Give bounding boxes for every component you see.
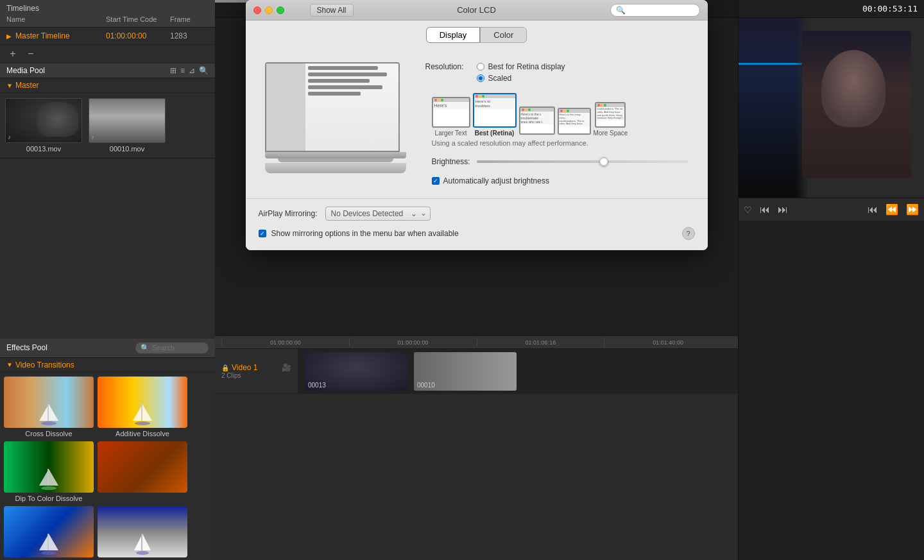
timeline-row[interactable]: ▶ Master Timeline 01:00:00:00 1283: [0, 28, 215, 45]
minimize-button[interactable]: [265, 6, 273, 14]
timeline-name: Master Timeline: [15, 31, 106, 40]
modal-search-icon: 🔍: [616, 6, 626, 15]
radio-scaled-btn[interactable]: [477, 74, 484, 82]
mirroring-row: Show mirroring options in the menu bar w…: [259, 227, 695, 240]
svg-point-14: [136, 551, 149, 555]
dip-color-thumb: [4, 441, 94, 493]
effects-search-input[interactable]: [152, 344, 203, 352]
resolution-options: Here's Larger Text Here's totroublem Bes…: [432, 93, 689, 137]
svg-rect-7: [47, 469, 49, 486]
brightness-row: Brightness:: [432, 157, 689, 166]
svg-point-5: [135, 421, 150, 425]
fast-forward-button[interactable]: ⏩: [906, 203, 919, 216]
effect-4-thumb: [98, 441, 187, 493]
timecode-display: 00:00:53:11: [862, 4, 918, 13]
svg-point-11: [41, 551, 56, 555]
res-more-space[interactable]: troublemakers. The narules. And they hav…: [594, 102, 628, 137]
radio-scaled[interactable]: Scaled: [477, 74, 565, 83]
master-expand-icon: ▼: [6, 82, 13, 89]
modal-search-bar[interactable]: 🔍: [610, 4, 700, 17]
media-pool-icons: ⊞ ≡ ⊿ 🔍: [170, 66, 209, 75]
effect-additive-dissolve[interactable]: Additive Dissolve: [98, 377, 187, 437]
modal-content: Resolution: Best for Retina display Scal…: [246, 49, 708, 198]
modal-tabs: Display Color: [246, 21, 708, 49]
modal-dialog: ‹ › Show All Color LCD 🔍 Display Color: [246, 0, 708, 250]
res-best-retina[interactable]: Here's totroublem Best (Retina): [473, 93, 517, 137]
close-button[interactable]: [253, 6, 261, 14]
svg-rect-10: [47, 534, 49, 550]
additive-dissolve-label: Additive Dissolve: [116, 430, 169, 437]
sort-icon[interactable]: ⊿: [189, 66, 195, 75]
resolution-label: Resolution:: [425, 62, 464, 71]
add-timeline-button[interactable]: +: [6, 47, 19, 60]
modal-footer: AirPlay Mirroring: No Devices Detected ⌄…: [246, 198, 708, 250]
prev-frame-button[interactable]: ⏭: [778, 204, 788, 216]
effect-6-thumb: [98, 506, 187, 557]
radio-best-label: Best for Retina display: [488, 62, 565, 71]
col-name-header: Name: [6, 15, 106, 23]
effect-cross-dissolve[interactable]: Cross Dissolve: [4, 377, 94, 437]
res-thumb-4: Here's to the crazy ones...troublemakers…: [558, 108, 591, 135]
res-option-3[interactable]: Here's to the ctroublemakeones who see t: [519, 106, 555, 137]
svg-rect-4: [141, 404, 142, 421]
screen-main: [305, 64, 398, 151]
res-larger-text[interactable]: Here's Larger Text: [432, 97, 470, 137]
search-media-icon[interactable]: 🔍: [199, 66, 209, 75]
resolution-setting: Resolution: Best for Retina display Scal…: [425, 62, 689, 83]
dip-color-label: Dip To Color Dissolve: [15, 495, 83, 502]
help-button[interactable]: ?: [682, 227, 695, 240]
add-remove-row: + −: [0, 45, 215, 64]
effect-6[interactable]: [98, 506, 187, 559]
res-option-4[interactable]: Here's to the crazy ones...troublemakers…: [558, 108, 591, 137]
show-all-button[interactable]: Show All: [310, 4, 354, 17]
effect-dip-color[interactable]: Dip To Color Dissolve: [4, 441, 94, 502]
timeline-icon: ▶: [6, 33, 12, 40]
sailboat-icon-2: [126, 403, 158, 425]
radio-best-btn[interactable]: [477, 63, 484, 71]
right-panel: 00:00:53:11 ♡ ⏮ ⏭ ⏮ ⏪ ⏩: [738, 0, 924, 560]
auto-brightness-checkbox[interactable]: [432, 177, 440, 185]
laptop-base: [265, 152, 406, 158]
airplay-dropdown[interactable]: No Devices Detected ⌄: [325, 207, 431, 221]
effect-5[interactable]: [4, 506, 94, 559]
grid-view-icon[interactable]: ⊞: [170, 66, 176, 75]
maximize-button[interactable]: [277, 6, 284, 14]
display-settings: Resolution: Best for Retina display Scal…: [425, 62, 689, 185]
modal-overlay: ‹ › Show All Color LCD 🔍 Display Color: [215, 0, 738, 560]
brightness-slider[interactable]: [477, 160, 689, 163]
favorite-icon[interactable]: ♡: [744, 205, 752, 215]
mirroring-checkbox[interactable]: [259, 230, 266, 237]
laptop-bottom-bar: [265, 163, 406, 173]
sailboat-icon-5: [33, 532, 65, 555]
timecode-top: 00:00:53:11: [739, 0, 924, 18]
list-view-icon[interactable]: ≡: [180, 66, 185, 75]
media-item-2[interactable]: ♪ 00010.mov: [89, 98, 166, 153]
remove-timeline-button[interactable]: −: [24, 47, 37, 60]
media-item[interactable]: ♪ 00013.mov: [5, 98, 82, 153]
modal-search-input[interactable]: [628, 6, 692, 15]
screen-content: [266, 64, 398, 151]
laptop-stand: [278, 158, 393, 162]
tab-display[interactable]: Display: [426, 27, 481, 43]
screen-line-4: [308, 85, 382, 89]
effects-search[interactable]: 🔍: [135, 343, 209, 353]
brightness-thumb[interactable]: [599, 157, 608, 166]
tab-color[interactable]: Color: [480, 27, 527, 43]
screen-sidebar: [266, 64, 306, 151]
skip-to-start-button[interactable]: ⏮: [760, 204, 770, 216]
res-retina-label: Best (Retina): [475, 130, 515, 137]
master-label: Master: [15, 81, 39, 90]
radio-best[interactable]: Best for Retina display: [477, 62, 565, 71]
sailboat-icon: [33, 403, 65, 425]
timelines-columns: Name Start Time Code Frame: [6, 15, 209, 23]
skip-back-button[interactable]: ⏮: [868, 204, 878, 216]
master-row[interactable]: ▼ Master: [0, 78, 215, 93]
effect-5-thumb: [4, 506, 94, 557]
vt-expand-icon: ▼: [6, 361, 13, 368]
video-transitions-label: Video Transitions: [15, 361, 74, 369]
timelines-header: Timelines Name Start Time Code Frame: [0, 0, 215, 28]
rewind-button[interactable]: ⏪: [886, 203, 898, 216]
video-transitions-row[interactable]: ▼ Video Transitions: [0, 358, 215, 373]
effect-4[interactable]: [98, 441, 187, 502]
effects-grid: Cross Dissolve Additive Dissolve: [0, 373, 215, 561]
